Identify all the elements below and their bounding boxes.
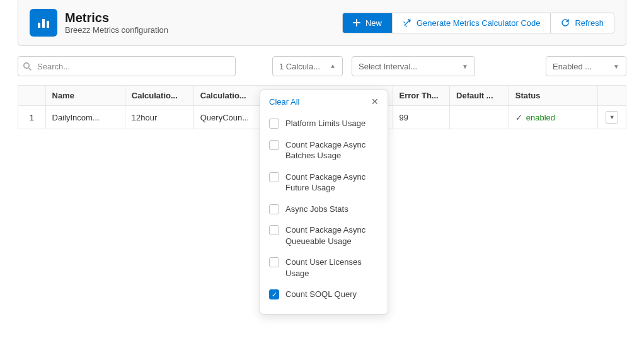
cell-default (450, 106, 509, 129)
col-error-threshold[interactable]: Error Th... (393, 86, 450, 106)
metrics-icon (30, 9, 57, 37)
generate-code-button[interactable]: Generate Metrics Calculator Code (392, 13, 551, 33)
page-header: Metrics Breezz Metrics configuration New… (18, 0, 626, 46)
filter-row: 1 Calcula... ▼ Select Interval... ▼ Enab… (18, 56, 626, 76)
checkbox[interactable] (269, 119, 279, 129)
col-calculation-1[interactable]: Calculatio... (125, 86, 193, 106)
cell-index: 1 (18, 106, 46, 129)
svg-rect-2 (47, 21, 49, 28)
dropdown-item[interactable]: Platform Limits Usage (269, 113, 379, 134)
refresh-button[interactable]: Refresh (550, 13, 614, 33)
search-input[interactable] (18, 56, 236, 76)
header-actions: New Generate Metrics Calculator Code Ref… (342, 13, 614, 33)
wand-icon (403, 18, 411, 27)
row-action-menu[interactable]: ▼ (606, 111, 618, 124)
search-box (18, 56, 236, 76)
cell-error: 99 (393, 106, 450, 129)
search-icon (23, 62, 32, 71)
interval-filter-label: Select Interval... (359, 62, 417, 71)
interval-filter[interactable]: Select Interval... ▼ (352, 56, 475, 76)
dropdown-item[interactable]: Count Package Async Batches Usage (269, 134, 379, 142)
cell-status: ✓enabled (509, 106, 598, 129)
calculation-dropdown-panel: Clear All ✕ Platform Limits UsageCount P… (260, 90, 388, 142)
status-value: enabled (526, 113, 555, 122)
col-index[interactable] (18, 86, 46, 106)
cell-name: DailyIncom... (45, 106, 125, 129)
refresh-icon (561, 18, 570, 27)
generate-code-label: Generate Metrics Calculator Code (417, 18, 541, 28)
dropdown-item-label: Count Package Async Batches Usage (285, 139, 379, 142)
dropdown-item-label: Platform Limits Usage (285, 118, 365, 129)
close-icon[interactable]: ✕ (371, 96, 379, 107)
refresh-label: Refresh (575, 18, 604, 28)
new-button-label: New (365, 18, 382, 28)
cell-calc1: 12hour (125, 106, 193, 129)
calculation-filter[interactable]: 1 Calcula... ▼ (272, 56, 343, 76)
col-actions[interactable] (598, 86, 626, 106)
page-title: Metrics (65, 11, 168, 25)
new-button[interactable]: New (343, 13, 392, 33)
checkbox[interactable] (269, 140, 279, 142)
caret-down-icon: ▼ (613, 63, 619, 70)
svg-rect-0 (38, 23, 40, 28)
check-icon: ✓ (515, 113, 522, 122)
status-filter[interactable]: Enabled ... ▼ (546, 56, 626, 76)
col-default[interactable]: Default ... (450, 86, 509, 106)
caret-down-icon: ▼ (462, 63, 468, 70)
svg-rect-1 (42, 19, 45, 28)
col-name[interactable]: Name (45, 86, 125, 106)
page-subtitle: Breezz Metrics configuration (65, 25, 168, 35)
plus-icon (353, 19, 360, 26)
col-status[interactable]: Status (509, 86, 598, 106)
caret-up-icon: ▼ (330, 63, 336, 70)
brand: Metrics Breezz Metrics configuration (30, 9, 168, 37)
status-filter-label: Enabled ... (553, 62, 592, 71)
svg-point-3 (24, 63, 29, 68)
clear-all-link[interactable]: Clear All (269, 97, 299, 107)
calculation-filter-label: 1 Calcula... (279, 62, 320, 71)
